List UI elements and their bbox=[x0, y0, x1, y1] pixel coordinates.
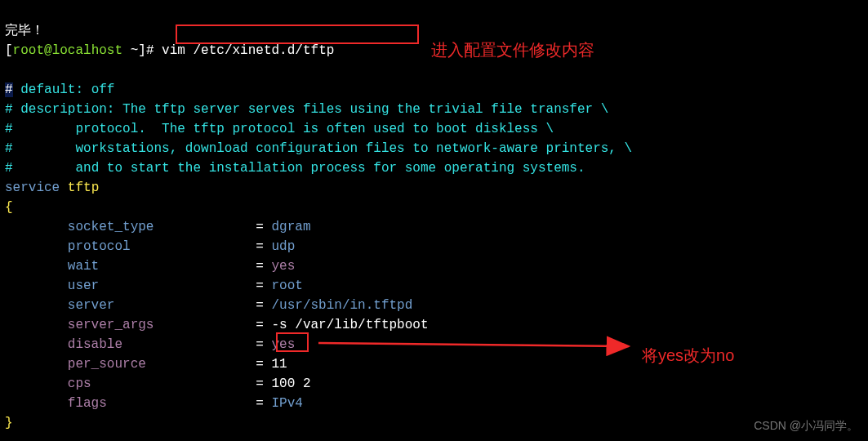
comment-hash: # bbox=[5, 122, 13, 136]
field-label: flags bbox=[68, 396, 107, 411]
field-label: socket_type bbox=[68, 220, 154, 234]
field-label: server bbox=[68, 298, 115, 313]
field-value: -s /var/lib/tftpboot bbox=[271, 318, 428, 332]
comment-hash: # bbox=[5, 141, 13, 156]
comment-hash: # bbox=[5, 82, 13, 97]
comment-desc2: protocol. The tftp protocol is often use… bbox=[20, 122, 554, 136]
field-value: 100 2 bbox=[271, 376, 310, 391]
annotation-label-1: 进入配置文件修改内容 bbox=[431, 38, 594, 62]
watermark: CSDN @小冯同学。 bbox=[754, 417, 858, 434]
service-keyword: service bbox=[5, 180, 60, 195]
field-value: yes bbox=[271, 259, 295, 274]
field-value: dgram bbox=[271, 220, 310, 234]
field-value: 11 bbox=[271, 357, 287, 372]
field-label: per_source bbox=[68, 357, 146, 372]
field-label: user bbox=[68, 278, 99, 293]
shell-prompt[interactable]: [root@localhost ~]# bbox=[5, 43, 162, 58]
comment-default: default: off bbox=[20, 82, 114, 97]
line-done: 完毕！ bbox=[5, 24, 44, 38]
field-label: disable bbox=[68, 337, 122, 352]
terminal-output: 完毕！ [root@localhost ~]# vim /etc/xinetd.… bbox=[0, 0, 868, 434]
comment-hash: # bbox=[5, 102, 13, 117]
field-value: /usr/sbin/in.tftpd bbox=[271, 298, 412, 313]
field-value: root bbox=[271, 278, 302, 293]
field-value: udp bbox=[271, 239, 295, 254]
comment-desc3: workstations, download configuration fil… bbox=[20, 141, 632, 156]
annotation-label-2: 将yes改为no bbox=[642, 343, 734, 368]
comment-desc4: and to start the installation process fo… bbox=[20, 161, 585, 176]
field-label: cps bbox=[68, 376, 91, 391]
field-label: wait bbox=[68, 259, 99, 274]
comment-desc1: description: The tftp server serves file… bbox=[20, 102, 608, 117]
field-value: IPv4 bbox=[271, 396, 302, 411]
brace-open: { bbox=[5, 200, 13, 215]
field-label: protocol bbox=[68, 239, 131, 254]
field-value[interactable]: yes bbox=[271, 337, 295, 352]
brace-close: } bbox=[5, 416, 13, 430]
comment-hash: # bbox=[5, 161, 13, 176]
field-label: server_args bbox=[68, 318, 154, 332]
service-name: tftp bbox=[68, 180, 99, 195]
command-text[interactable]: vim /etc/xinetd.d/tftp bbox=[162, 43, 334, 58]
